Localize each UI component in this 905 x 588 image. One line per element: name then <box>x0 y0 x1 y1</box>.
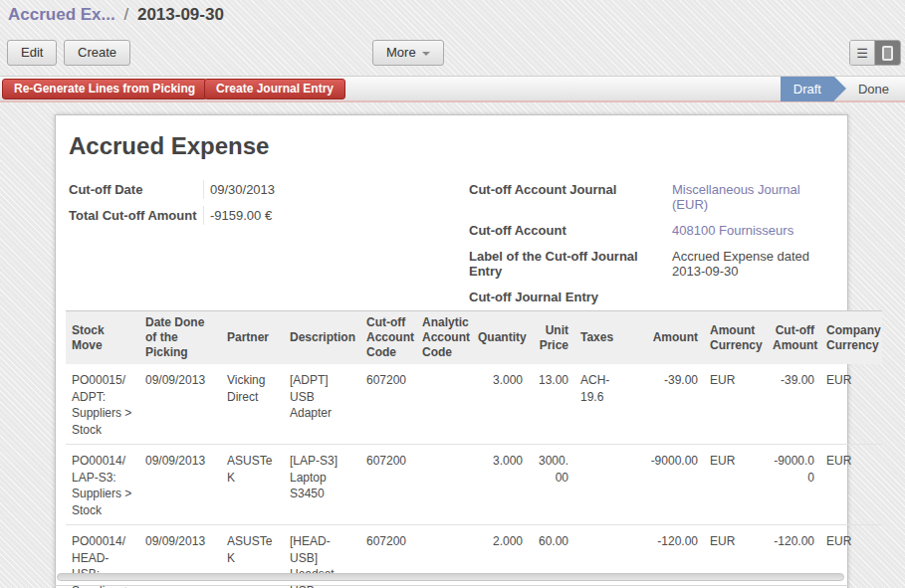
status-arrow-icon <box>834 77 846 100</box>
column-header[interactable]: Amount Currency <box>704 311 767 365</box>
cutoff-lines-table-container: Stock MoveDate Done of the PickingPartne… <box>66 310 882 588</box>
field-label-journal-entry-label: Label of the Cut-off Journal Entry <box>469 247 666 281</box>
table-cell: 607200 <box>360 364 416 445</box>
table-cell: 13.00 <box>529 364 574 445</box>
table-cell: 3.000 <box>472 364 529 445</box>
field-value-total-cutoff-amount: -9159.00 € <box>203 206 372 225</box>
table-cell: EUR <box>704 445 767 525</box>
column-header[interactable]: Taxes <box>574 311 637 365</box>
table-cell: [LAP-S3] Laptop S3450 <box>284 445 360 525</box>
create-journal-entry-button[interactable]: Create Journal Entry <box>204 79 345 99</box>
table-row[interactable]: PO00015/ ADPT: Suppliers > Stock09/09/20… <box>66 364 882 445</box>
column-header[interactable]: Company Currency <box>820 311 882 365</box>
breadcrumb-parent-link[interactable]: Accrued Ex... <box>8 5 115 24</box>
table-header-row: Stock MoveDate Done of the PickingPartne… <box>66 311 882 365</box>
more-label: More <box>386 45 416 60</box>
field-group-left: Cut-off Date 09/30/2013 Total Cut-off Am… <box>69 180 372 225</box>
field-value-cutoff-account[interactable]: 408100 Fournisseurs <box>666 221 837 240</box>
table-cell: EUR <box>820 364 882 445</box>
form-view-icon[interactable] <box>875 41 900 65</box>
table-cell: -39.00 <box>767 364 820 445</box>
breadcrumb: Accrued Ex... / 2013-09-30 <box>8 5 224 25</box>
toolbar: Edit Create More ☰ <box>0 40 905 68</box>
table-cell: ASUSTeK <box>221 445 284 525</box>
column-header[interactable]: Partner <box>221 311 284 365</box>
table-cell: EUR <box>704 364 767 445</box>
table-cell: -9000.00 <box>767 445 820 525</box>
sheet-bottom-divider <box>55 585 848 586</box>
column-header[interactable]: Amount <box>637 311 704 365</box>
table-cell <box>416 364 472 445</box>
table-cell: [ADPT] USB Adapter <box>284 364 360 445</box>
edit-button[interactable]: Edit <box>7 40 57 66</box>
column-header[interactable]: Description <box>284 311 360 365</box>
field-label-cutoff-date: Cut-off Date <box>69 180 203 199</box>
column-header[interactable]: Analytic Account Code <box>416 311 472 365</box>
create-button[interactable]: Create <box>64 40 130 66</box>
field-value-cutoff-date: 09/30/2013 <box>203 180 372 199</box>
form-view-glyph <box>882 46 893 61</box>
table-cell: PO00014/ LAP-S3: Suppliers > Stock <box>66 445 139 525</box>
field-group-right: Cut-off Account Journal Miscellaneous Jo… <box>469 180 837 306</box>
table-cell: 607200 <box>360 445 416 525</box>
table-cell: 09/09/2013 <box>139 445 221 525</box>
more-dropdown-button[interactable]: More <box>372 40 444 66</box>
statusbar: Draft Done <box>781 77 905 101</box>
cutoff-lines-table: Stock MoveDate Done of the PickingPartne… <box>66 310 882 588</box>
table-cell: 3000.00 <box>529 445 574 525</box>
status-draft: Draft <box>781 77 834 101</box>
table-row[interactable]: PO00014/ LAP-S3: Suppliers > Stock09/09/… <box>66 445 882 525</box>
column-header[interactable]: Stock Move <box>66 311 139 365</box>
table-cell: EUR <box>820 445 882 525</box>
action-bar: Re-Generate Lines from Picking Create Jo… <box>0 76 905 102</box>
field-value-journal-entry-label: Accrued Expense dated 2013-09-30 <box>666 247 837 281</box>
field-value-cutoff-journal-entry <box>666 288 837 306</box>
column-header[interactable]: Cut-off Account Code <box>360 311 416 365</box>
column-header[interactable]: Date Done of the Picking <box>139 311 221 365</box>
table-cell: -9000.00 <box>637 445 704 525</box>
field-label-total-cutoff-amount: Total Cut-off Amount <box>69 206 203 225</box>
breadcrumb-current: 2013-09-30 <box>137 5 224 24</box>
table-cell <box>574 445 637 525</box>
column-header[interactable]: Unit Price <box>529 311 574 365</box>
table-cell: PO00015/ ADPT: Suppliers > Stock <box>66 364 139 445</box>
table-cell: -39.00 <box>637 364 704 445</box>
regenerate-lines-button[interactable]: Re-Generate Lines from Picking <box>2 79 207 99</box>
table-cell: 3.000 <box>472 445 529 525</box>
field-label-cutoff-journal-entry: Cut-off Journal Entry <box>469 288 666 306</box>
table-cell: Vicking Direct <box>221 364 284 445</box>
chevron-down-icon <box>422 52 430 56</box>
field-value-cutoff-account-journal[interactable]: Miscellaneous Journal (EUR) <box>666 180 837 214</box>
field-label-cutoff-account-journal: Cut-off Account Journal <box>469 180 666 214</box>
list-view-icon[interactable]: ☰ <box>850 41 875 65</box>
table-cell: 09/09/2013 <box>139 364 221 445</box>
table-cell <box>416 445 472 525</box>
breadcrumb-separator: / <box>123 5 128 24</box>
view-switcher: ☰ <box>849 40 901 66</box>
page-title: Accrued Expense <box>69 132 269 160</box>
table-cell: ACH-19.6 <box>574 364 637 445</box>
horizontal-scrollbar[interactable] <box>57 573 844 581</box>
column-header[interactable]: Quantity <box>472 311 529 365</box>
field-label-cutoff-account: Cut-off Account <box>469 221 666 240</box>
column-header[interactable]: Cut-off Amount <box>767 311 820 365</box>
status-done: Done <box>846 77 905 101</box>
